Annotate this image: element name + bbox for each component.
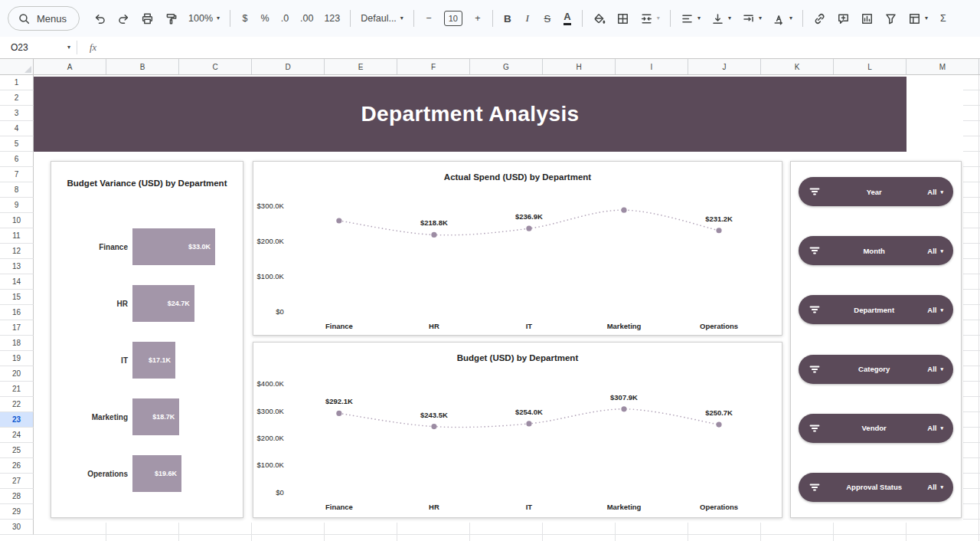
font-select[interactable]: Defaul...▾ (356, 8, 408, 29)
column-header-M[interactable]: M (906, 59, 979, 74)
row-header-7[interactable]: 7 (0, 167, 34, 182)
slicer-vendor[interactable]: VendorAll▾ (799, 414, 953, 443)
bold-button[interactable]: B (498, 8, 517, 29)
column-header-E[interactable]: E (325, 59, 397, 74)
column-header-C[interactable]: C (179, 59, 252, 74)
paint-format-button[interactable] (160, 8, 182, 29)
row-header-21[interactable]: 21 (0, 382, 34, 397)
strikethrough-button[interactable]: S (538, 8, 557, 29)
row-header-17[interactable]: 17 (0, 320, 34, 336)
row-header-25[interactable]: 25 (0, 443, 34, 458)
row-header-19[interactable]: 19 (0, 351, 34, 366)
actual-spend-chart-card[interactable]: Actual Spend (USD) by Department $0$100.… (253, 161, 782, 336)
row-header-8[interactable]: 8 (0, 182, 34, 198)
bar-operations[interactable]: $19.6K (132, 455, 181, 492)
increase-font-size-button[interactable]: + (469, 8, 487, 29)
slicer-approval-status[interactable]: Approval StatusAll▾ (799, 473, 953, 502)
budget-variance-chart-card[interactable]: Budget Variance (USD) by Department Fina… (51, 161, 243, 518)
slicer-category[interactable]: CategoryAll▾ (799, 355, 953, 384)
budget-chart-card[interactable]: Budget (USD) by Department $0$100.0K$200… (253, 342, 782, 518)
column-header-F[interactable]: F (397, 59, 470, 74)
merge-cells-button[interactable]: ▾ (635, 8, 665, 29)
row-header-13[interactable]: 13 (0, 259, 34, 274)
print-button[interactable] (136, 8, 158, 29)
row-header-6[interactable]: 6 (0, 152, 34, 167)
column-header-A[interactable]: A (34, 59, 106, 74)
row-header-26[interactable]: 26 (0, 458, 34, 474)
zoom-select[interactable]: 100%▾ (184, 8, 224, 29)
row-header-22[interactable]: 22 (0, 397, 34, 412)
column-header-D[interactable]: D (252, 59, 325, 74)
bar-it[interactable]: $17.1K (132, 342, 175, 379)
row-header-4[interactable]: 4 (0, 121, 34, 136)
menus-button[interactable]: Menus (8, 6, 80, 31)
row-header-30[interactable]: 30 (0, 520, 34, 535)
font-size-input-label: 10 (444, 11, 462, 26)
slicer-month[interactable]: MonthAll▾ (799, 236, 953, 265)
bar-finance[interactable]: $33.0K (132, 228, 215, 265)
row-header-3[interactable]: 3 (0, 106, 34, 121)
row-header-29[interactable]: 29 (0, 504, 34, 520)
insert-chart-button[interactable] (856, 8, 878, 29)
column-header-L[interactable]: L (834, 59, 906, 74)
row-header-10[interactable]: 10 (0, 213, 34, 228)
italic-button[interactable]: I (518, 8, 537, 29)
font-size-input[interactable]: 10 (439, 8, 467, 29)
redo-button[interactable] (113, 8, 135, 29)
chevron-down-icon: ▾ (940, 484, 943, 490)
row-header-12[interactable]: 12 (0, 244, 34, 259)
slicer-year[interactable]: YearAll▾ (799, 177, 953, 206)
decrease-decimal-button[interactable]: .0 (276, 8, 294, 29)
horizontal-align-button[interactable]: ▾ (676, 8, 705, 29)
row-header-14[interactable]: 14 (0, 274, 34, 290)
column-header-H[interactable]: H (543, 59, 616, 74)
row-header-27[interactable]: 27 (0, 474, 34, 489)
column-header-I[interactable]: I (616, 59, 688, 74)
text-wrap-button[interactable]: ▾ (737, 8, 766, 29)
increase-decimal-button[interactable]: .00 (296, 8, 318, 29)
fill-color-button[interactable] (588, 8, 610, 29)
select-all-corner[interactable] (0, 59, 34, 74)
insert-comment-button[interactable] (832, 8, 854, 29)
create-filter-button[interactable] (880, 8, 902, 29)
functions-button[interactable]: Σ (934, 8, 952, 29)
slicer-department[interactable]: DepartmentAll▾ (799, 295, 953, 324)
column-header-B[interactable]: B (106, 59, 179, 74)
format-currency-button[interactable]: $ (236, 8, 254, 29)
row-header-11[interactable]: 11 (0, 228, 34, 244)
slicer-value-text: All (927, 483, 936, 491)
text-rotation-button[interactable]: ▾ (768, 8, 797, 29)
row-header-20[interactable]: 20 (0, 366, 34, 382)
borders-button[interactable] (612, 8, 634, 29)
bar-marketing[interactable]: $18.7K (132, 398, 179, 435)
undo-button[interactable] (89, 8, 111, 29)
more-formats-button[interactable]: 123 (319, 8, 345, 29)
wrap-icon (742, 12, 755, 25)
row-header-9[interactable]: 9 (0, 198, 34, 213)
filter-icon (808, 363, 821, 375)
column-header-K[interactable]: K (761, 59, 834, 74)
formula-input[interactable] (109, 37, 980, 58)
row-header-5[interactable]: 5 (0, 136, 34, 152)
row-header-24[interactable]: 24 (0, 428, 34, 443)
text-color-button[interactable]: A (558, 8, 577, 29)
row-header-2[interactable]: 2 (0, 90, 34, 106)
name-box[interactable]: O23 ▾ (0, 37, 77, 58)
insert-link-button[interactable] (808, 8, 831, 29)
svg-text:$236.9K: $236.9K (515, 212, 543, 221)
format-percent-button[interactable]: % (256, 8, 274, 29)
vertical-align-button[interactable]: ▾ (707, 8, 736, 29)
bar-hr[interactable]: $24.7K (132, 285, 194, 322)
row-header-16[interactable]: 16 (0, 305, 34, 320)
row-header-15[interactable]: 15 (0, 290, 34, 305)
row-header-18[interactable]: 18 (0, 336, 34, 351)
column-header-J[interactable]: J (688, 59, 761, 74)
row-header-23[interactable]: 23 (0, 412, 34, 428)
decrease-font-size-button[interactable]: − (420, 8, 438, 29)
zoom-select-label: 100% (188, 13, 213, 24)
column-header-G[interactable]: G (470, 59, 543, 74)
row-header-1[interactable]: 1 (0, 75, 34, 90)
toolbar-divider (670, 10, 671, 27)
row-header-28[interactable]: 28 (0, 489, 34, 504)
table-views-button[interactable]: ▾ (903, 8, 933, 29)
